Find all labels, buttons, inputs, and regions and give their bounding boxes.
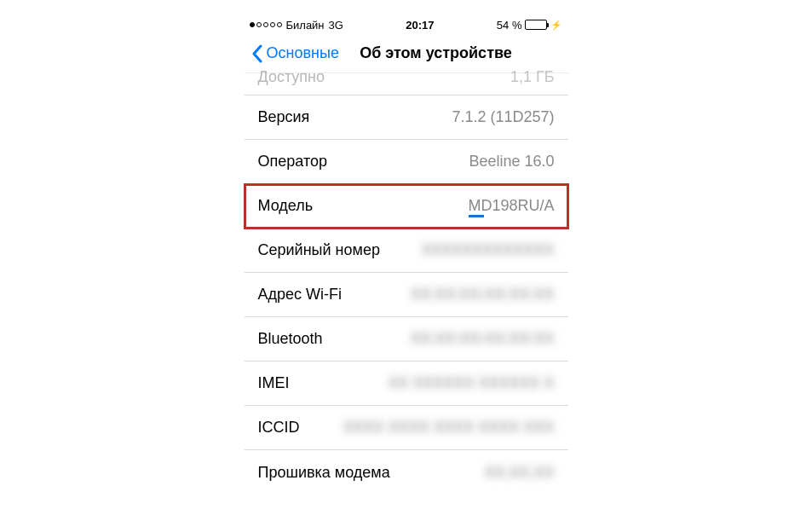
row-version[interactable]: Версия 7.1.2 (11D257): [245, 95, 568, 140]
row-value: XX:XX:XX:XX:XX:XX: [410, 330, 554, 348]
row-value: XX.XX.XX: [484, 464, 554, 482]
highlight-underline: [469, 215, 484, 217]
network-type-label: 3G: [329, 19, 343, 32]
row-label: Адрес Wi-Fi: [258, 286, 343, 304]
clock: 20:17: [406, 19, 434, 32]
battery-icon: [525, 20, 547, 30]
row-value: MD198RU/A: [468, 197, 554, 215]
status-bar: Билайн 3G 20:17 54 % ⚡: [245, 15, 568, 34]
charging-icon: ⚡: [550, 20, 562, 31]
row-label: ICCID: [258, 419, 300, 437]
row-bluetooth[interactable]: Bluetooth XX:XX:XX:XX:XX:XX: [245, 317, 568, 362]
status-left: Билайн 3G: [250, 19, 343, 32]
row-label: Модель: [258, 197, 314, 215]
navigation-bar: Основные Об этом устройстве: [245, 34, 568, 73]
row-value: 7.1.2 (11D257): [452, 108, 554, 126]
row-modem-firmware[interactable]: Прошивка модема XX.XX.XX: [245, 450, 568, 495]
device-screen: Билайн 3G 20:17 54 % ⚡ Основные Об этом …: [245, 15, 568, 495]
row-carrier[interactable]: Оператор Beeline 16.0: [245, 140, 568, 184]
row-value: XXXX XXXX XXXX XXXX XXX: [343, 419, 554, 437]
back-button-label: Основные: [267, 44, 339, 62]
chevron-left-icon: [251, 44, 263, 63]
row-wifi-address[interactable]: Адрес Wi-Fi XX:XX:XX:XX:XX:XX: [245, 273, 568, 317]
back-button[interactable]: Основные: [251, 44, 339, 63]
row-value: Beeline 16.0: [469, 153, 554, 171]
row-label: Прошивка модема: [258, 464, 390, 482]
row-label: Оператор: [258, 153, 327, 171]
row-iccid[interactable]: ICCID XXXX XXXX XXXX XXXX XXX: [245, 406, 568, 450]
battery-percent-label: 54 %: [497, 19, 522, 32]
row-value: XX:XX:XX:XX:XX:XX: [410, 286, 554, 304]
row-model[interactable]: Модель MD198RU/A: [245, 184, 568, 229]
row-label: Серийный номер: [258, 241, 380, 259]
row-serial-number[interactable]: Серийный номер XXXXXXXXXXXXX: [245, 229, 568, 273]
carrier-label: Билайн: [286, 19, 325, 32]
signal-strength-icon: [250, 22, 282, 27]
row-value: XX XXXXXX XXXXXX X: [388, 374, 554, 392]
status-right: 54 % ⚡: [497, 19, 563, 32]
row-value: XXXXXXXXXXXXX: [421, 241, 554, 259]
row-imei[interactable]: IMEI XX XXXXXX XXXXXX X: [245, 362, 568, 406]
row-label: IMEI: [258, 374, 290, 392]
row-label: Bluetooth: [258, 330, 323, 348]
settings-list[interactable]: Версия 7.1.2 (11D257) Оператор Beeline 1…: [245, 95, 568, 495]
row-label: Версия: [258, 108, 310, 126]
